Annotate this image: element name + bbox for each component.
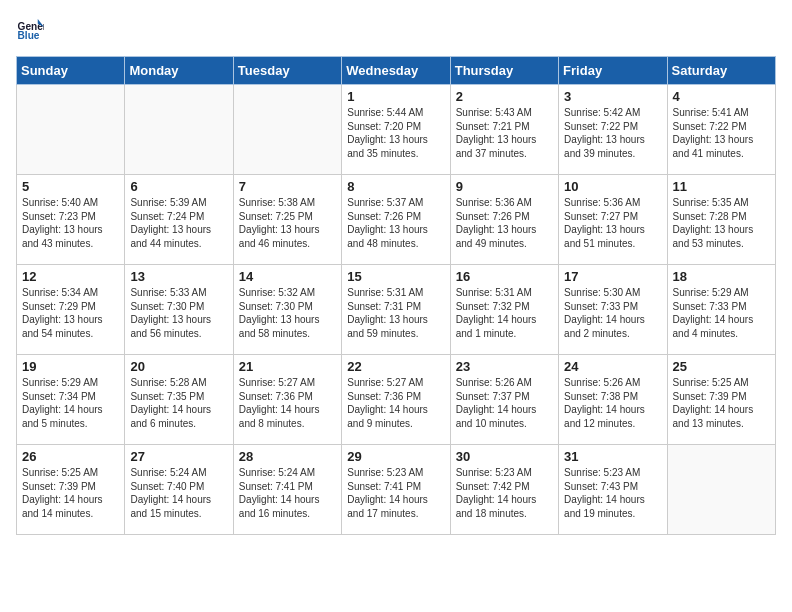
day-number: 31 [564, 449, 661, 464]
calendar-header-row: SundayMondayTuesdayWednesdayThursdayFrid… [17, 57, 776, 85]
calendar-cell: 18Sunrise: 5:29 AM Sunset: 7:33 PM Dayli… [667, 265, 775, 355]
calendar-cell: 27Sunrise: 5:24 AM Sunset: 7:40 PM Dayli… [125, 445, 233, 535]
calendar-cell: 23Sunrise: 5:26 AM Sunset: 7:37 PM Dayli… [450, 355, 558, 445]
calendar-week-3: 12Sunrise: 5:34 AM Sunset: 7:29 PM Dayli… [17, 265, 776, 355]
calendar-cell: 25Sunrise: 5:25 AM Sunset: 7:39 PM Dayli… [667, 355, 775, 445]
calendar-header-friday: Friday [559, 57, 667, 85]
calendar-week-1: 1Sunrise: 5:44 AM Sunset: 7:20 PM Daylig… [17, 85, 776, 175]
logo: General Blue [16, 16, 48, 44]
day-info: Sunrise: 5:27 AM Sunset: 7:36 PM Dayligh… [347, 376, 444, 430]
calendar-cell: 30Sunrise: 5:23 AM Sunset: 7:42 PM Dayli… [450, 445, 558, 535]
day-info: Sunrise: 5:43 AM Sunset: 7:21 PM Dayligh… [456, 106, 553, 160]
calendar-header-monday: Monday [125, 57, 233, 85]
day-number: 25 [673, 359, 770, 374]
day-number: 24 [564, 359, 661, 374]
day-number: 22 [347, 359, 444, 374]
day-number: 10 [564, 179, 661, 194]
calendar-cell: 2Sunrise: 5:43 AM Sunset: 7:21 PM Daylig… [450, 85, 558, 175]
calendar-cell: 9Sunrise: 5:36 AM Sunset: 7:26 PM Daylig… [450, 175, 558, 265]
day-number: 14 [239, 269, 336, 284]
day-info: Sunrise: 5:25 AM Sunset: 7:39 PM Dayligh… [673, 376, 770, 430]
calendar-cell: 22Sunrise: 5:27 AM Sunset: 7:36 PM Dayli… [342, 355, 450, 445]
logo-icon: General Blue [16, 16, 44, 44]
day-number: 19 [22, 359, 119, 374]
day-info: Sunrise: 5:35 AM Sunset: 7:28 PM Dayligh… [673, 196, 770, 250]
day-number: 28 [239, 449, 336, 464]
calendar-cell: 15Sunrise: 5:31 AM Sunset: 7:31 PM Dayli… [342, 265, 450, 355]
day-number: 6 [130, 179, 227, 194]
calendar-week-5: 26Sunrise: 5:25 AM Sunset: 7:39 PM Dayli… [17, 445, 776, 535]
day-info: Sunrise: 5:23 AM Sunset: 7:41 PM Dayligh… [347, 466, 444, 520]
svg-text:Blue: Blue [18, 30, 40, 41]
day-number: 16 [456, 269, 553, 284]
calendar-cell: 19Sunrise: 5:29 AM Sunset: 7:34 PM Dayli… [17, 355, 125, 445]
day-number: 23 [456, 359, 553, 374]
day-number: 18 [673, 269, 770, 284]
calendar-week-2: 5Sunrise: 5:40 AM Sunset: 7:23 PM Daylig… [17, 175, 776, 265]
day-number: 1 [347, 89, 444, 104]
calendar-cell: 11Sunrise: 5:35 AM Sunset: 7:28 PM Dayli… [667, 175, 775, 265]
day-info: Sunrise: 5:26 AM Sunset: 7:37 PM Dayligh… [456, 376, 553, 430]
calendar-cell: 10Sunrise: 5:36 AM Sunset: 7:27 PM Dayli… [559, 175, 667, 265]
calendar-table: SundayMondayTuesdayWednesdayThursdayFrid… [16, 56, 776, 535]
calendar-header-wednesday: Wednesday [342, 57, 450, 85]
calendar-cell: 28Sunrise: 5:24 AM Sunset: 7:41 PM Dayli… [233, 445, 341, 535]
day-number: 9 [456, 179, 553, 194]
calendar-header-sunday: Sunday [17, 57, 125, 85]
page-header: General Blue [16, 16, 776, 44]
day-info: Sunrise: 5:25 AM Sunset: 7:39 PM Dayligh… [22, 466, 119, 520]
day-info: Sunrise: 5:31 AM Sunset: 7:32 PM Dayligh… [456, 286, 553, 340]
calendar-cell: 1Sunrise: 5:44 AM Sunset: 7:20 PM Daylig… [342, 85, 450, 175]
day-info: Sunrise: 5:29 AM Sunset: 7:33 PM Dayligh… [673, 286, 770, 340]
day-info: Sunrise: 5:23 AM Sunset: 7:43 PM Dayligh… [564, 466, 661, 520]
day-number: 13 [130, 269, 227, 284]
day-info: Sunrise: 5:40 AM Sunset: 7:23 PM Dayligh… [22, 196, 119, 250]
day-info: Sunrise: 5:28 AM Sunset: 7:35 PM Dayligh… [130, 376, 227, 430]
day-info: Sunrise: 5:37 AM Sunset: 7:26 PM Dayligh… [347, 196, 444, 250]
day-number: 7 [239, 179, 336, 194]
day-info: Sunrise: 5:36 AM Sunset: 7:27 PM Dayligh… [564, 196, 661, 250]
day-number: 2 [456, 89, 553, 104]
day-info: Sunrise: 5:29 AM Sunset: 7:34 PM Dayligh… [22, 376, 119, 430]
calendar-cell: 29Sunrise: 5:23 AM Sunset: 7:41 PM Dayli… [342, 445, 450, 535]
day-number: 11 [673, 179, 770, 194]
calendar-cell: 26Sunrise: 5:25 AM Sunset: 7:39 PM Dayli… [17, 445, 125, 535]
day-number: 12 [22, 269, 119, 284]
calendar-cell: 8Sunrise: 5:37 AM Sunset: 7:26 PM Daylig… [342, 175, 450, 265]
calendar-cell: 4Sunrise: 5:41 AM Sunset: 7:22 PM Daylig… [667, 85, 775, 175]
calendar-header-thursday: Thursday [450, 57, 558, 85]
calendar-cell [17, 85, 125, 175]
day-info: Sunrise: 5:41 AM Sunset: 7:22 PM Dayligh… [673, 106, 770, 160]
day-number: 29 [347, 449, 444, 464]
day-number: 17 [564, 269, 661, 284]
day-info: Sunrise: 5:33 AM Sunset: 7:30 PM Dayligh… [130, 286, 227, 340]
calendar-header-saturday: Saturday [667, 57, 775, 85]
calendar-cell: 14Sunrise: 5:32 AM Sunset: 7:30 PM Dayli… [233, 265, 341, 355]
day-info: Sunrise: 5:36 AM Sunset: 7:26 PM Dayligh… [456, 196, 553, 250]
calendar-cell: 5Sunrise: 5:40 AM Sunset: 7:23 PM Daylig… [17, 175, 125, 265]
calendar-cell [125, 85, 233, 175]
calendar-cell: 16Sunrise: 5:31 AM Sunset: 7:32 PM Dayli… [450, 265, 558, 355]
day-number: 5 [22, 179, 119, 194]
calendar-cell: 21Sunrise: 5:27 AM Sunset: 7:36 PM Dayli… [233, 355, 341, 445]
calendar-cell: 24Sunrise: 5:26 AM Sunset: 7:38 PM Dayli… [559, 355, 667, 445]
day-info: Sunrise: 5:38 AM Sunset: 7:25 PM Dayligh… [239, 196, 336, 250]
calendar-week-4: 19Sunrise: 5:29 AM Sunset: 7:34 PM Dayli… [17, 355, 776, 445]
day-info: Sunrise: 5:24 AM Sunset: 7:41 PM Dayligh… [239, 466, 336, 520]
day-number: 8 [347, 179, 444, 194]
day-number: 30 [456, 449, 553, 464]
calendar-cell: 31Sunrise: 5:23 AM Sunset: 7:43 PM Dayli… [559, 445, 667, 535]
day-number: 21 [239, 359, 336, 374]
calendar-cell: 17Sunrise: 5:30 AM Sunset: 7:33 PM Dayli… [559, 265, 667, 355]
calendar-cell: 7Sunrise: 5:38 AM Sunset: 7:25 PM Daylig… [233, 175, 341, 265]
day-info: Sunrise: 5:42 AM Sunset: 7:22 PM Dayligh… [564, 106, 661, 160]
day-number: 15 [347, 269, 444, 284]
day-number: 3 [564, 89, 661, 104]
calendar-cell: 12Sunrise: 5:34 AM Sunset: 7:29 PM Dayli… [17, 265, 125, 355]
day-info: Sunrise: 5:31 AM Sunset: 7:31 PM Dayligh… [347, 286, 444, 340]
calendar-header-tuesday: Tuesday [233, 57, 341, 85]
day-info: Sunrise: 5:27 AM Sunset: 7:36 PM Dayligh… [239, 376, 336, 430]
day-info: Sunrise: 5:23 AM Sunset: 7:42 PM Dayligh… [456, 466, 553, 520]
day-info: Sunrise: 5:24 AM Sunset: 7:40 PM Dayligh… [130, 466, 227, 520]
day-info: Sunrise: 5:34 AM Sunset: 7:29 PM Dayligh… [22, 286, 119, 340]
